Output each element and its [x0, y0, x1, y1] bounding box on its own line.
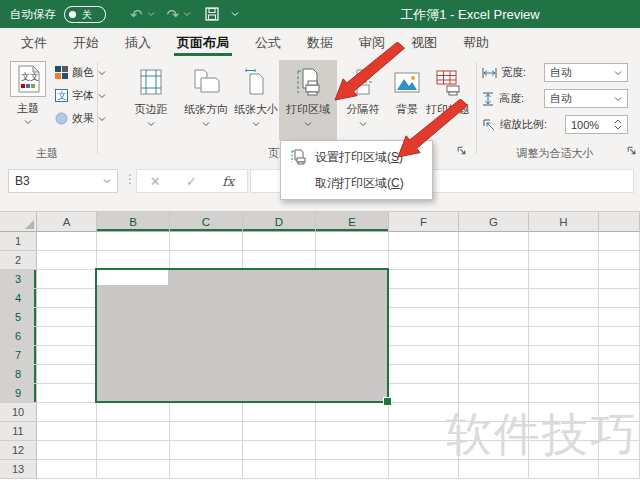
row-header-4[interactable]: 4 [0, 289, 37, 308]
grid-cell[interactable] [389, 365, 459, 384]
scale-spinner[interactable]: 100% [565, 115, 628, 134]
qat-customize-icon[interactable] [231, 11, 239, 17]
row-header-8[interactable]: 8 [0, 365, 37, 384]
row-header-6[interactable]: 6 [0, 327, 37, 346]
grid-cell[interactable] [37, 289, 97, 308]
grid-cell[interactable] [389, 346, 459, 365]
grid-cell[interactable] [170, 232, 243, 251]
grid-cell[interactable] [389, 232, 459, 251]
fill-handle[interactable] [383, 397, 392, 406]
namebox-splitter[interactable]: ⋮ [124, 172, 136, 186]
grid-cell[interactable] [599, 308, 640, 327]
row-header-12[interactable]: 12 [0, 441, 37, 460]
tab-1[interactable]: 开始 [60, 28, 112, 57]
grid-cell[interactable] [389, 327, 459, 346]
grid-cell[interactable] [529, 232, 599, 251]
grid-cell[interactable] [459, 308, 529, 327]
grid-cell[interactable] [97, 403, 170, 422]
grid-cell[interactable] [529, 346, 599, 365]
column-header-A[interactable]: A [37, 212, 97, 232]
grid-cell[interactable] [459, 327, 529, 346]
grid-cell[interactable] [459, 365, 529, 384]
redo-chevron-icon[interactable] [183, 11, 191, 17]
row-header-2[interactable]: 2 [0, 251, 37, 270]
grid-cell[interactable] [599, 365, 640, 384]
grid-cell[interactable] [97, 422, 170, 441]
grid-cell[interactable] [243, 441, 316, 460]
row-header-13[interactable]: 13 [0, 460, 37, 479]
tab-3[interactable]: 页面布局 [164, 28, 242, 57]
tab-4[interactable]: 公式 [242, 28, 294, 57]
theme-fonts-button[interactable]: 文 字体 [55, 88, 106, 103]
row-header-10[interactable]: 10 [0, 403, 37, 422]
grid-cell[interactable] [529, 384, 599, 403]
undo-chevron-icon[interactable] [147, 11, 155, 17]
scale-dialog-launcher-icon[interactable] [626, 145, 637, 156]
select-all-button[interactable] [0, 212, 37, 232]
size-button[interactable]: 纸张大小 [234, 60, 278, 140]
grid-cell[interactable] [316, 403, 389, 422]
grid-cell[interactable] [243, 232, 316, 251]
tab-2[interactable]: 插入 [112, 28, 164, 57]
name-box[interactable]: B3 [8, 169, 118, 193]
grid-cell[interactable] [529, 270, 599, 289]
grid-cell[interactable] [97, 232, 170, 251]
grid-cell[interactable] [37, 308, 97, 327]
grid-cell[interactable] [599, 327, 640, 346]
grid-cell[interactable] [599, 346, 640, 365]
tab-0[interactable]: 文件 [8, 28, 60, 57]
grid-cell[interactable] [170, 403, 243, 422]
print-area-button[interactable]: 打印区域 [279, 60, 337, 140]
row-header-5[interactable]: 5 [0, 308, 37, 327]
themes-button[interactable]: 文文 主题 [6, 61, 50, 125]
grid-cell[interactable] [459, 384, 529, 403]
column-header-F[interactable]: F [389, 212, 459, 232]
grid-cell[interactable] [316, 441, 389, 460]
grid-cell[interactable] [529, 251, 599, 270]
grid-cell[interactable] [37, 422, 97, 441]
grid-cell[interactable] [97, 460, 170, 479]
grid-cell[interactable] [170, 422, 243, 441]
row-header-1[interactable]: 1 [0, 232, 37, 251]
grid-cell[interactable] [529, 308, 599, 327]
row-header-9[interactable]: 9 [0, 384, 37, 403]
grid-cell[interactable] [599, 289, 640, 308]
undo-icon[interactable]: ↶ [130, 7, 143, 22]
grid-cell[interactable] [37, 460, 97, 479]
enter-icon[interactable]: ✓ [186, 174, 197, 189]
grid-cell[interactable] [389, 384, 459, 403]
grid-cell[interactable] [37, 403, 97, 422]
menu-item-clear-print-area[interactable]: 取消打印区域(C) [281, 170, 432, 196]
grid-cell[interactable] [459, 346, 529, 365]
grid-cell[interactable] [170, 441, 243, 460]
grid-cell[interactable] [243, 403, 316, 422]
column-header-B[interactable]: B [97, 212, 170, 232]
column-header-D[interactable]: D [243, 212, 316, 232]
grid-cell[interactable] [243, 460, 316, 479]
insert-function-icon[interactable]: fx [222, 174, 234, 189]
theme-colors-button[interactable]: 颜色 [55, 65, 106, 80]
column-header-E[interactable]: E [316, 212, 389, 232]
grid-cell[interactable] [316, 460, 389, 479]
grid-cell[interactable] [37, 346, 97, 365]
margins-button[interactable]: 页边距 [126, 60, 176, 140]
tab-8[interactable]: 帮助 [450, 28, 502, 57]
height-dropdown[interactable]: 自动 [544, 89, 628, 108]
redo-icon[interactable]: ↷ [167, 7, 180, 22]
row-header-7[interactable]: 7 [0, 346, 37, 365]
autosave-toggle[interactable]: 关 [64, 6, 106, 23]
grid-cell[interactable] [459, 232, 529, 251]
grid-cell[interactable] [389, 270, 459, 289]
grid-cell[interactable] [37, 232, 97, 251]
grid-cell[interactable] [37, 270, 97, 289]
grid-cell[interactable] [459, 251, 529, 270]
grid-cell[interactable] [529, 365, 599, 384]
grid-cell[interactable] [599, 232, 640, 251]
grid-cell[interactable] [389, 308, 459, 327]
grid-cell[interactable] [459, 270, 529, 289]
theme-effects-button[interactable]: 效果 [55, 111, 106, 126]
grid-cell[interactable] [599, 384, 640, 403]
grid-cell[interactable] [37, 251, 97, 270]
orientation-button[interactable]: 纸张方向 [178, 60, 234, 140]
grid-cell[interactable] [529, 289, 599, 308]
